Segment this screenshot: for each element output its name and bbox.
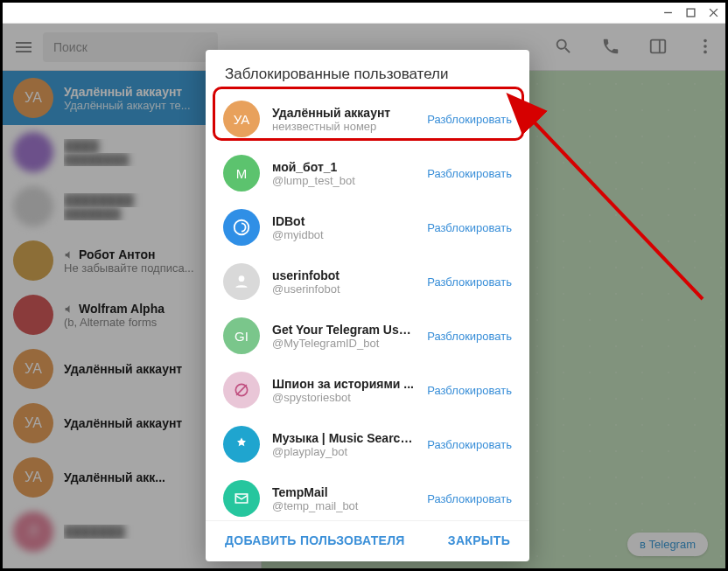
avatar [223,263,260,300]
blocked-user-subtitle: @spystoriesbot [272,391,415,404]
unblock-button[interactable]: Разблокировать [427,492,512,505]
minimize-button[interactable] [662,8,673,18]
blocked-users-list[interactable]: УАУдалённый аккаунтнеизвестный номерРазб… [206,92,529,520]
window-titlebar [3,3,725,24]
blocked-user-row[interactable]: IDBot@myidbotРазблокировать [206,200,529,254]
avatar [223,480,260,517]
blocked-user-subtitle: @temp_mail_bot [272,499,415,512]
svg-line-12 [236,385,247,395]
avatar: М [223,155,260,191]
blocked-user-name: userinfobot [272,268,415,282]
blocked-user-subtitle: @userinfobot [272,282,415,296]
blocked-user-row[interactable]: Ммой_бот_1@lump_test_botРазблокировать [206,146,529,200]
avatar: GI [223,317,260,354]
blocked-user-row[interactable]: Шпион за историями ...@spystoriesbotРазб… [206,363,529,417]
blocked-user-row[interactable]: GIGet Your Telegram User...@MyTelegramID… [206,309,529,363]
unblock-button[interactable]: Разблокировать [427,113,512,126]
blocked-user-name: Музыка | Music Search... [272,431,415,445]
svg-point-9 [234,220,249,235]
blocked-user-row[interactable]: TempMail@temp_mail_botРазблокировать [206,471,529,520]
blocked-user-name: Get Your Telegram User... [272,323,415,337]
blocked-user-row[interactable]: УАУдалённый аккаунтнеизвестный номерРазб… [206,92,529,146]
unblock-button[interactable]: Разблокировать [427,221,512,234]
blocked-user-name: мой_бот_1 [272,160,415,174]
blocked-user-subtitle: @myidbot [272,228,415,241]
blocked-user-name: IDBot [272,214,415,228]
close-button[interactable]: ЗАКРЫТЬ [448,533,510,547]
blocked-user-subtitle: @lump_test_bot [272,174,415,187]
svg-point-10 [239,275,245,282]
maximize-button[interactable] [685,8,696,18]
unblock-button[interactable]: Разблокировать [427,167,512,180]
blocked-users-modal: Заблокированные пользователи УАУдалённый… [206,50,529,561]
unblock-button[interactable]: Разблокировать [427,330,512,343]
unblock-button[interactable]: Разблокировать [427,275,512,289]
blocked-user-subtitle: неизвестный номер [272,120,415,133]
unblock-button[interactable]: Разблокировать [427,438,512,451]
blocked-user-subtitle: @MyTelegramID_bot [272,337,415,350]
modal-title: Заблокированные пользователи [206,50,529,92]
blocked-user-name: TempMail [272,485,415,499]
blocked-user-row[interactable]: Музыка | Music Search...@playplay_botРаз… [206,417,529,471]
avatar [223,372,260,408]
avatar [223,426,260,463]
add-user-button[interactable]: ДОБАВИТЬ ПОЛЬЗОВАТЕЛЯ [225,533,405,547]
close-window-button[interactable] [708,8,718,18]
avatar [223,209,260,246]
blocked-user-name: Удалённый аккаунт [272,106,415,120]
avatar: УА [223,101,260,137]
unblock-button[interactable]: Разблокировать [427,384,512,397]
blocked-user-row[interactable]: userinfobot@userinfobotРазблокировать [206,254,529,309]
svg-rect-1 [687,9,695,17]
blocked-user-name: Шпион за историями ... [272,377,415,391]
blocked-user-subtitle: @playplay_bot [272,445,415,458]
